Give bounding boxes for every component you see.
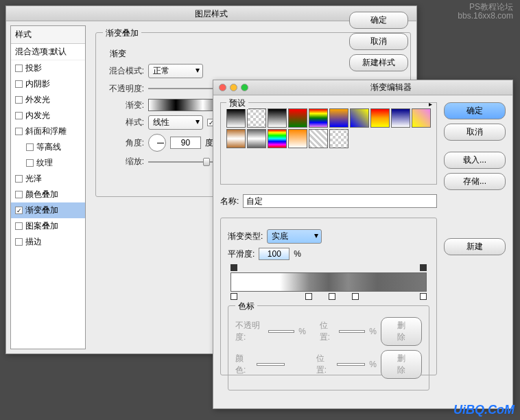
preset-swatch[interactable] (268, 108, 287, 128)
stop-color-swatch (257, 363, 285, 366)
checkbox-icon[interactable] (15, 112, 23, 119)
stop-opacity-label: 不透明度: (235, 320, 264, 343)
blend-mode-label: 混合模式: (103, 65, 144, 77)
zoom-icon[interactable] (241, 84, 248, 91)
preset-swatch[interactable] (268, 129, 287, 148)
opacity-stop[interactable] (231, 264, 237, 271)
checkbox-icon[interactable] (26, 143, 34, 151)
dialog2-buttons: 确定 取消 载入... 存储... 新建 (444, 102, 506, 375)
preset-swatch[interactable] (391, 108, 410, 128)
color-stop[interactable] (231, 293, 237, 300)
new-style-button[interactable]: 新建样式 (349, 54, 408, 71)
style-drop-shadow[interactable]: 投影 (11, 60, 85, 76)
checkbox-icon[interactable] (15, 96, 23, 104)
style-contour[interactable]: 等高线 (11, 139, 85, 155)
preset-swatch[interactable] (247, 129, 266, 148)
presets-menu-icon[interactable]: ▸ (429, 100, 432, 108)
preset-swatch[interactable] (350, 108, 369, 128)
checkbox-icon[interactable] (15, 222, 23, 230)
checkbox-icon[interactable]: ✓ (15, 207, 23, 214)
style-pattern-overlay[interactable]: 图案叠加 (11, 218, 85, 234)
checkbox-icon[interactable] (26, 159, 34, 167)
stop-position-input (339, 330, 365, 333)
smoothness-label: 平滑度: (228, 248, 255, 260)
cancel-button[interactable]: 取消 (349, 33, 408, 50)
gradient-bar[interactable] (231, 272, 427, 292)
load-button[interactable]: 载入... (444, 152, 506, 169)
angle-input[interactable]: 90 (170, 137, 201, 149)
stops-label: 色标 (235, 301, 257, 312)
opacity-label: 不透明度: (103, 83, 144, 95)
style-stroke[interactable]: 描边 (11, 234, 85, 250)
preset-swatch[interactable] (329, 129, 348, 148)
style-gradient-overlay[interactable]: ✓渐变叠加 (11, 202, 85, 218)
style-inner-shadow[interactable]: 内阴影 (11, 76, 85, 92)
angle-label: 角度: (103, 137, 144, 149)
color-stop[interactable] (352, 293, 359, 300)
style-satin[interactable]: 光泽 (11, 171, 85, 187)
preset-swatch[interactable] (288, 129, 307, 148)
checkbox-icon[interactable] (15, 238, 23, 246)
preset-swatch[interactable] (247, 108, 266, 128)
presets-label: 预设 (226, 97, 248, 109)
gradient-type-select[interactable]: 实底 (267, 229, 322, 244)
style-color-overlay[interactable]: 颜色叠加 (11, 187, 85, 202)
gradient-editor-dialog: 渐变编辑器 预设 ▸ (213, 80, 513, 409)
name-input[interactable] (243, 194, 437, 208)
preset-grid (226, 108, 431, 148)
color-stop[interactable] (420, 293, 427, 300)
style-label: 样式: (103, 117, 144, 128)
preset-swatch[interactable] (309, 129, 328, 148)
new-button[interactable]: 新建 (444, 238, 506, 255)
watermark-top: PS教程论坛 bbs.16xx8.com (458, 3, 513, 21)
minimize-icon[interactable] (230, 84, 237, 91)
section-title: 渐变叠加 (103, 27, 141, 39)
blend-mode-select[interactable]: 正常 (148, 64, 203, 78)
save-button[interactable]: 存储... (444, 173, 506, 190)
stop-opacity-input (268, 330, 294, 333)
style-texture[interactable]: 纹理 (11, 155, 85, 171)
checkbox-icon[interactable] (15, 175, 23, 183)
color-stop[interactable] (329, 293, 335, 300)
gradient-type-label: 渐变类型: (228, 231, 263, 242)
close-icon[interactable] (219, 84, 226, 91)
scale-label: 缩放: (103, 156, 144, 167)
dialog2-title: 渐变编辑器 (370, 82, 412, 93)
checkbox-icon[interactable] (15, 128, 23, 135)
stop-color-label: 颜色: (235, 353, 252, 376)
stop-position-label: 位置: (320, 320, 335, 343)
preset-swatch[interactable] (309, 108, 328, 128)
checkbox-icon[interactable] (15, 80, 23, 88)
styles-header[interactable]: 样式 (11, 26, 85, 44)
color-stop[interactable] (305, 293, 312, 300)
blend-options-item[interactable]: 混合选项:默认 (11, 44, 85, 60)
angle-control[interactable] (148, 134, 166, 152)
checkbox-icon[interactable] (15, 65, 23, 72)
gradient-label: 渐变: (103, 100, 144, 111)
preset-swatch[interactable] (288, 108, 307, 128)
smoothness-input[interactable]: 100 (259, 248, 289, 260)
styles-list-panel: 样式 混合选项:默认 投影 内阴影 外发光 内发光 斜面和浮雕 等高线 纹理 光… (10, 25, 86, 349)
preset-swatch[interactable] (370, 108, 390, 128)
ok-button[interactable]: 确定 (349, 12, 408, 29)
name-label: 名称: (220, 196, 239, 207)
presets-box: 预设 ▸ (220, 102, 437, 185)
stop-position-input2 (337, 363, 365, 366)
preset-swatch[interactable] (412, 108, 431, 128)
preset-swatch[interactable] (226, 129, 246, 148)
preset-swatch[interactable] (226, 108, 246, 128)
opacity-stop[interactable] (420, 264, 427, 271)
ok-button[interactable]: 确定 (444, 102, 506, 119)
watermark-bottom: UiBQ.CoM (453, 403, 515, 417)
checkbox-icon[interactable] (15, 191, 23, 198)
delete-color-stop-button[interactable]: 删除 (381, 350, 422, 379)
style-bevel[interactable]: 斜面和浮雕 (11, 124, 85, 139)
style-inner-glow[interactable]: 内发光 (11, 108, 85, 124)
window-controls (219, 84, 248, 91)
delete-opacity-stop-button[interactable]: 删除 (381, 317, 422, 346)
cancel-button[interactable]: 取消 (444, 124, 506, 141)
dialog2-titlebar: 渐变编辑器 (213, 80, 512, 95)
preset-swatch[interactable] (329, 108, 348, 128)
style-outer-glow[interactable]: 外发光 (11, 92, 85, 108)
gradient-style-select[interactable]: 线性 (148, 115, 203, 130)
